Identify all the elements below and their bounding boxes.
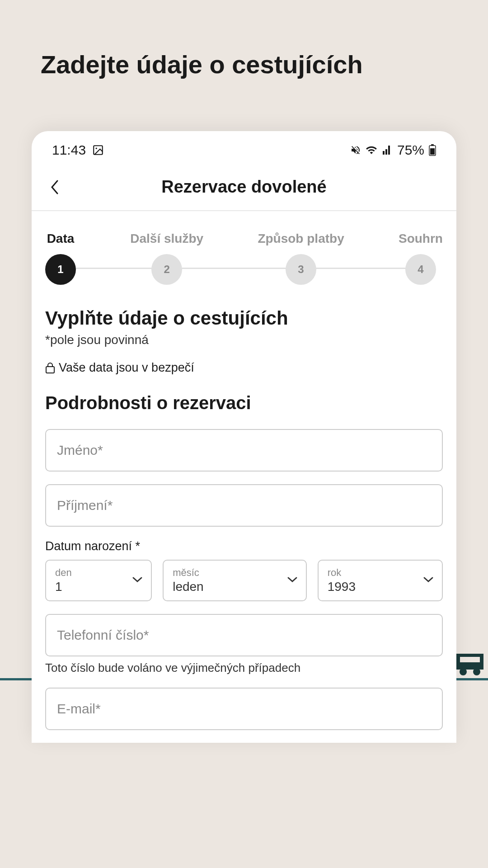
step-circle: 4	[405, 254, 436, 285]
step-circle: 3	[286, 254, 316, 285]
stepper: Data 1 Další služby 2 Způsob platby 3 So…	[32, 211, 456, 294]
select-value: 1	[55, 580, 142, 594]
svg-rect-8	[430, 148, 435, 155]
birthdate-row: den 1 měsíc leden rok 1993	[45, 560, 443, 601]
subsection-title: Podrobnosti o rezervaci	[45, 393, 443, 413]
svg-point-5	[96, 148, 97, 149]
step-circle: 2	[151, 254, 182, 285]
step-label: Další služby	[130, 231, 203, 246]
svg-point-3	[473, 668, 480, 675]
svg-rect-9	[46, 367, 54, 373]
chevron-left-icon	[50, 179, 59, 195]
step-label: Způsob platby	[258, 231, 344, 246]
lock-icon	[45, 362, 55, 374]
chevron-down-icon	[423, 576, 434, 585]
bus-icon	[456, 651, 488, 678]
stepper-line	[75, 268, 413, 269]
image-icon	[92, 144, 104, 156]
step-data[interactable]: Data 1	[45, 231, 76, 285]
status-time: 11:43	[52, 142, 86, 158]
battery-percent: 75%	[397, 142, 424, 158]
svg-rect-1	[460, 657, 480, 662]
select-value: 1993	[328, 580, 433, 594]
app-header: Rezervace dovolené	[32, 165, 456, 211]
step-payment[interactable]: Způsob platby 3	[258, 231, 344, 285]
required-note: *pole jsou povinná	[45, 333, 443, 347]
form-content: Vyplňte údaje o cestujících *pole jsou p…	[32, 294, 456, 743]
select-label: měsíc	[173, 567, 297, 579]
select-label: den	[55, 567, 142, 579]
status-bar: 11:43 75%	[32, 131, 456, 165]
year-select[interactable]: rok 1993	[318, 560, 443, 601]
section-title: Vyplňte údaje o cestujících	[45, 307, 443, 329]
birthdate-label: Datum narození *	[45, 539, 443, 553]
app-title: Rezervace dovolené	[45, 177, 443, 197]
select-value: leden	[173, 580, 297, 594]
select-label: rok	[328, 567, 433, 579]
page-title: Zadejte údaje o cestujících	[0, 0, 488, 79]
chevron-down-icon	[287, 576, 298, 585]
phone-input[interactable]	[45, 614, 443, 656]
last-name-input[interactable]	[45, 484, 443, 527]
month-select[interactable]: měsíc leden	[163, 560, 307, 601]
phone-frame: 11:43 75% Rezervace dovolené	[32, 131, 456, 743]
wifi-icon	[366, 144, 377, 156]
mute-icon	[350, 145, 361, 156]
first-name-input[interactable]	[45, 429, 443, 472]
chevron-down-icon	[132, 576, 143, 585]
day-select[interactable]: den 1	[45, 560, 152, 601]
security-note: Vaše data jsou v bezpečí	[45, 361, 443, 375]
step-label: Souhrn	[399, 231, 443, 246]
step-circle: 1	[45, 254, 76, 285]
svg-point-2	[460, 668, 467, 675]
step-summary[interactable]: Souhrn 4	[399, 231, 443, 285]
step-label: Data	[47, 231, 75, 246]
step-services[interactable]: Další služby 2	[130, 231, 203, 285]
phone-helper: Toto číslo bude voláno ve výjimečných př…	[45, 661, 443, 675]
back-button[interactable]	[45, 178, 63, 196]
security-text: Vaše data jsou v bezpečí	[59, 361, 194, 375]
email-input[interactable]	[45, 688, 443, 730]
signal-icon	[382, 145, 393, 156]
battery-icon	[429, 144, 436, 156]
